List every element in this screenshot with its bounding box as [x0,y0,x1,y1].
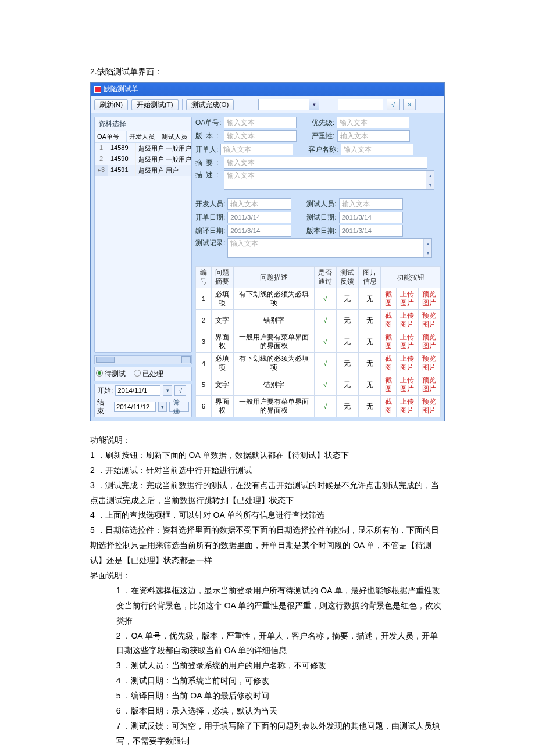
upload-link[interactable]: 上传图片 [396,288,418,310]
screenshot-link[interactable]: 截图 [381,353,397,374]
table-row[interactable]: 3界面权一般用户要有菜单界面的界面权√无无截图上传图片预览图片 [196,331,441,353]
lbl-priority: 优先级: [312,118,334,128]
preview-link[interactable]: 预览图片 [418,396,440,417]
test-date-input[interactable]: 2011/3/14 [339,212,403,223]
filter-button[interactable]: 筛选 [169,402,189,412]
table-row[interactable]: 5文字错别字√无无截图上传图片预览图片 [196,374,441,396]
compile-date-input[interactable]: 2011/3/14 [227,225,291,237]
oa-input[interactable]: 输入文本 [224,117,297,128]
list-item[interactable]: 114589超级用户一般用户 [95,143,191,154]
upload-link[interactable]: 上传图片 [396,331,418,353]
create-date-input[interactable]: 2011/3/14 [227,212,291,223]
search-value-combo[interactable] [338,99,383,110]
th-feedback: 测试反馈 [336,267,358,288]
func-1: 1 ．刷新按钮：刷新下面的 OA 单数据，数据默认都在【待测试】状态下 [90,448,445,463]
list-scrollbar[interactable] [94,355,192,364]
search-value-input[interactable] [338,99,383,110]
ui-1: 1 ．在资料选择框这边，显示当前登录用户所有待测试的 OA 单，最好也能够根据严… [90,583,445,629]
test-done-button[interactable]: 测试完成(O) [186,99,234,110]
desc-textarea[interactable]: 输入文本▴▾ [224,170,434,190]
screenshot-link[interactable]: 截图 [381,288,397,310]
preview-link[interactable]: 预览图片 [418,288,440,310]
search-clear-button[interactable]: × [403,99,416,110]
refresh-button[interactable]: 刷新(N) [94,99,128,110]
upload-link[interactable]: 上传图片 [396,353,418,374]
preview-link[interactable]: 预览图片 [418,353,440,374]
version-input[interactable]: 输入文本 [224,130,297,142]
lbl-summary: 摘要: [195,158,222,168]
search-field-input[interactable] [259,99,309,110]
lbl-oa: OA单号: [195,118,222,128]
ver-date-input[interactable]: 2011/3/14 [339,225,403,237]
app-window: 缺陷测试单 刷新(N) 开始测试(T) 测试完成(O) ▾ √ × 资料选择 O… [90,82,445,421]
creator-input[interactable]: 输入文本 [220,144,293,155]
table-row[interactable]: 6界面权一般用户要有菜单界面的界面权√无无截图上传图片预览图片 [196,396,441,417]
func-4: 4 ．上面的查找选项框，可以针对 OA 单的所有信息进行查找筛选 [90,508,445,523]
col-oa: OA单号 [95,131,127,142]
lbl-compile-date: 编译日期: [195,226,225,236]
chevron-down-icon[interactable]: ▾ [158,402,167,412]
th-summary: 问题摘要 [211,267,233,288]
test-rec-textarea[interactable]: 输入文本▴▾ [227,238,432,258]
customer-input[interactable]: 输入文本 [341,144,413,155]
upload-link[interactable]: 上传图片 [396,396,418,417]
screenshot-link[interactable]: 截图 [381,331,397,353]
search-field-combo[interactable]: ▾ [258,99,319,110]
lbl-create-date: 开单日期: [195,213,225,223]
lbl-dev: 开发人员: [195,199,225,209]
lbl-test-date: 测试日期: [306,213,336,223]
start-test-button[interactable]: 开始测试(T) [131,99,179,110]
radio-done[interactable]: 已处理 [134,370,163,378]
ui-2: 2 ．OA 单号，优先级，版本，严重性，开单人，客户名称，摘要，描述，开发人员，… [90,629,445,659]
lbl-desc: 描述: [195,170,222,180]
preview-link[interactable]: 预览图片 [418,331,440,353]
search-ok-button[interactable]: √ [387,99,400,110]
chevron-down-icon[interactable]: ▾ [163,385,172,396]
end-date-input[interactable]: 2014/11/12 [114,402,156,412]
ui-7: 7 ．测试反馈：可为空，用于填写除了下面的问题列表以外发现的其他问题，由测试人员… [90,719,445,749]
func-5: 5 ．日期筛选控件：资料选择里面的数据不受下面的日期选择控件的控制，显示所有的，… [90,523,445,568]
th-desc: 问题描述 [233,267,314,288]
lbl-customer: 客户名称: [308,145,338,155]
list-item[interactable]: 214590超级用户一般用户 [95,154,191,165]
window-title: 缺陷测试单 [104,84,138,94]
table-row[interactable]: 4必填项有下划线的必须为必填项√无无截图上传图片预览图片 [196,353,441,374]
list-item[interactable]: ▸314591超级用户用户 [95,165,191,176]
upload-link[interactable]: 上传图片 [396,374,418,396]
tester-input[interactable]: 输入文本 [339,198,403,210]
radio-pending[interactable]: 待测试 [96,370,126,378]
ui-4: 4 ．测试日期：当前系统当前时间，可修改 [90,673,445,689]
page-heading: 2.缺陷测试单界面： [90,67,445,77]
date-ok-button[interactable]: √ [174,385,186,396]
preview-link[interactable]: 预览图片 [418,374,440,396]
list-body[interactable]: 114589超级用户一般用户 214590超级用户一般用户 ▸314591超级用… [95,143,191,176]
preview-link[interactable]: 预览图片 [418,310,440,331]
priority-input[interactable]: 输入文本 [337,117,409,128]
col-tester: 测试人员 [159,131,191,142]
func-head: 功能说明： [90,433,445,448]
titlebar: 缺陷测试单 [91,83,444,96]
dev-input[interactable]: 输入文本 [227,198,291,210]
form-panel: OA单号:输入文本 优先级:输入文本 版本:输入文本 严重性:输入文本 开单人:… [195,117,441,417]
toolbar: 刷新(N) 开始测试(T) 测试完成(O) ▾ √ × [91,96,444,113]
ui-6: 6 ．版本日期：录入选择，必填，默认为当天 [90,704,445,719]
func-2: 2 ．开始测试：针对当前选中行开始进行测试 [90,463,445,478]
lbl-tester: 测试人员: [306,199,336,209]
end-label: 结束: [97,398,112,415]
summary-input[interactable]: 输入文本 [224,157,427,169]
chevron-down-icon[interactable]: ▾ [309,99,319,110]
screenshot-link[interactable]: 截图 [381,310,397,331]
screenshot-link[interactable]: 截图 [381,374,397,396]
severity-input[interactable]: 输入文本 [337,130,410,142]
lbl-test-rec: 测试记录: [195,238,225,248]
doc-body: 功能说明： 1 ．刷新按钮：刷新下面的 OA 单数据，数据默认都在【待测试】状态… [90,433,445,756]
ui-3: 3 ．测试人员：当前登录系统的用户的用户名称，不可修改 [90,658,445,673]
list-header: OA单号 开发人员 测试人员 [95,131,191,143]
table-row[interactable]: 2文字错别字√无无截图上传图片预览图片 [196,310,441,331]
screenshot-link[interactable]: 截图 [381,396,397,417]
table-row[interactable]: 1必填项有下划线的必须为必填项√无无截图上传图片预览图片 [196,288,441,310]
lbl-severity: 严重性: [312,131,334,141]
app-icon [94,86,101,93]
upload-link[interactable]: 上传图片 [396,310,418,331]
start-date-input[interactable]: 2014/11/1 [115,385,160,396]
